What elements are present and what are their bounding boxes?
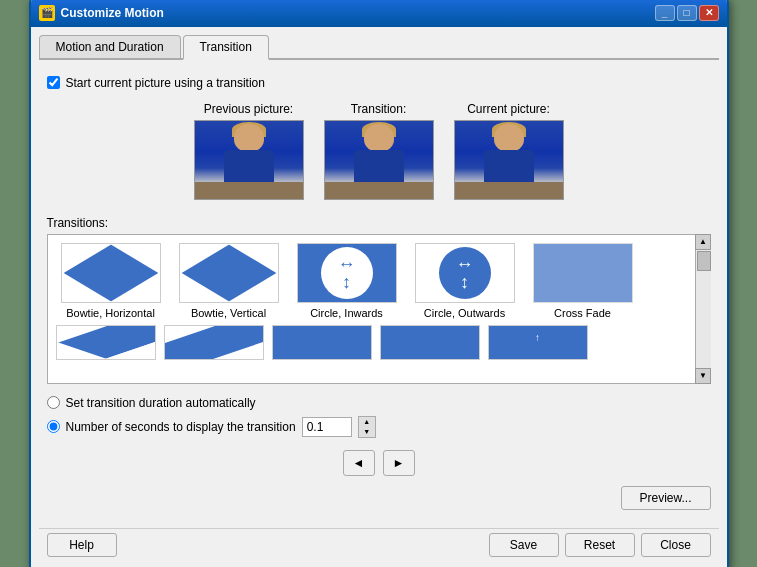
current-picture-item: Current picture:	[454, 102, 564, 200]
transition-picture-item: Transition:	[324, 102, 434, 200]
tab-transition[interactable]: Transition	[183, 35, 269, 60]
scroll-thumb[interactable]	[697, 251, 711, 271]
tab-motion[interactable]: Motion and Duration	[39, 35, 181, 58]
current-picture-label: Current picture:	[467, 102, 550, 116]
transition-picture-frame	[324, 120, 434, 200]
tab-container: Motion and Duration Transition	[39, 35, 719, 60]
scroll-track	[696, 250, 711, 368]
radio-auto-row: Set transition duration automatically	[47, 396, 711, 410]
bowtie-h-arrows: ⟺	[101, 265, 121, 281]
transition-icon-bowtie-h: ⟺	[61, 243, 161, 303]
transition-item-bowtie-h[interactable]: ⟺ Bowtie, Horizontal	[56, 243, 166, 319]
partial-t1-shape2	[105, 342, 155, 359]
nav-prev-button[interactable]: ◄	[343, 450, 375, 476]
window-body: Motion and Duration Transition Start cur…	[31, 27, 727, 568]
partial-t2-shape1	[165, 326, 215, 343]
content-area: Start current picture using a transition…	[39, 68, 719, 524]
partial-t1-shape1	[57, 342, 107, 359]
radio-seconds-label: Number of seconds to display the transit…	[66, 420, 296, 434]
body-current	[484, 150, 534, 185]
transition-icon-cross-fade	[533, 243, 633, 303]
transition-name-cross-fade: Cross Fade	[554, 307, 611, 319]
transitions-row-2: ↓ ↑	[48, 319, 710, 360]
minimize-button[interactable]: _	[655, 5, 675, 21]
scroll-up-button[interactable]: ▲	[695, 234, 711, 250]
nav-section: ◄ ►	[47, 450, 711, 476]
circle-in-shape: ↔↕	[321, 247, 373, 299]
previous-picture-frame	[194, 120, 304, 200]
previous-picture-item: Previous picture:	[194, 102, 304, 200]
partial-transition-3[interactable]	[272, 325, 372, 360]
partial-t1-arrow: ↓	[103, 334, 108, 345]
preview-button[interactable]: Preview...	[621, 486, 711, 510]
preview-row: Preview...	[47, 486, 711, 510]
maximize-button[interactable]: □	[677, 5, 697, 21]
partial-transition-2[interactable]	[164, 325, 264, 360]
circle-out-shape: ↔↕	[439, 247, 491, 299]
nav-next-button[interactable]: ►	[383, 450, 415, 476]
options-section: Set transition duration automatically Nu…	[47, 396, 711, 438]
partial-t2-shape2	[213, 342, 263, 359]
face-transition	[364, 124, 394, 152]
spinner-down[interactable]: ▼	[359, 427, 375, 437]
bottom-buttons: Help Save Reset Close	[39, 528, 719, 561]
save-button[interactable]: Save	[489, 533, 559, 557]
radio-seconds-row: Number of seconds to display the transit…	[47, 416, 711, 438]
circle-in-arrows: ↔↕	[338, 255, 356, 291]
transitions-row-1: ⟺ Bowtie, Horizontal ↕	[48, 235, 710, 319]
reset-button[interactable]: Reset	[565, 533, 635, 557]
desk-transition	[325, 182, 433, 200]
partial-t5-arrow: ↑	[535, 332, 540, 343]
transition-item-bowtie-v[interactable]: ↕ Bowtie, Vertical	[174, 243, 284, 319]
transition-icon-circle-in: ↔↕	[297, 243, 397, 303]
checkbox-row: Start current picture using a transition	[47, 76, 711, 90]
partial-transition-1[interactable]: ↓	[56, 325, 156, 360]
window-title: Customize Motion	[61, 6, 164, 20]
scrollbar[interactable]: ▲ ▼	[695, 234, 711, 384]
previous-picture-image	[195, 120, 303, 200]
transition-item-cross-fade[interactable]: Cross Fade	[528, 243, 638, 319]
desk-current	[455, 182, 563, 200]
transition-name-circle-out: Circle, Outwards	[424, 307, 505, 319]
pictures-row: Previous picture: Transition:	[47, 102, 711, 200]
current-picture-frame	[454, 120, 564, 200]
radio-seconds[interactable]	[47, 420, 60, 433]
title-bar: 🎬 Customize Motion _ □ ✕	[31, 0, 727, 27]
transition-item-circle-out[interactable]: ↔↕ Circle, Outwards	[410, 243, 520, 319]
close-button[interactable]: Close	[641, 533, 711, 557]
seconds-input[interactable]	[302, 417, 352, 437]
transition-picture-image	[325, 120, 433, 200]
radio-auto-label: Set transition duration automatically	[66, 396, 256, 410]
transition-checkbox[interactable]	[47, 76, 60, 89]
window-icon: 🎬	[39, 5, 55, 21]
transition-name-bowtie-h: Bowtie, Horizontal	[66, 307, 155, 319]
body-previous	[224, 150, 274, 185]
partial-transition-4[interactable]	[380, 325, 480, 360]
bowtie-v-inner	[180, 272, 230, 302]
bowtie-v-arrows: ↕	[225, 265, 232, 281]
face-current	[494, 124, 524, 152]
face-previous	[234, 124, 264, 152]
spinner-up[interactable]: ▲	[359, 417, 375, 427]
customize-motion-window: 🎬 Customize Motion _ □ ✕ Motion and Dura…	[29, 0, 729, 567]
transition-icon-circle-out: ↔↕	[415, 243, 515, 303]
transition-picture-label: Transition:	[351, 102, 407, 116]
scroll-down-button[interactable]: ▼	[695, 368, 711, 384]
transitions-section: Transitions: ⟺ Bow	[47, 216, 711, 384]
transitions-wrapper: ⟺ Bowtie, Horizontal ↕	[47, 234, 711, 384]
title-close-button[interactable]: ✕	[699, 5, 719, 21]
title-bar-left: 🎬 Customize Motion	[39, 5, 164, 21]
spinner: ▲ ▼	[358, 416, 376, 438]
transitions-box[interactable]: ⟺ Bowtie, Horizontal ↕	[47, 234, 711, 384]
radio-auto[interactable]	[47, 396, 60, 409]
body-transition	[354, 150, 404, 185]
current-picture-image	[455, 120, 563, 200]
transition-item-circle-in[interactable]: ↔↕ Circle, Inwards	[292, 243, 402, 319]
circle-out-arrows: ↔↕	[456, 255, 474, 291]
transition-icon-bowtie-v: ↕	[179, 243, 279, 303]
title-buttons: _ □ ✕	[655, 5, 719, 21]
help-button[interactable]: Help	[47, 533, 117, 557]
transition-name-bowtie-v: Bowtie, Vertical	[191, 307, 266, 319]
partial-transition-5[interactable]: ↑	[488, 325, 588, 360]
transition-name-circle-in: Circle, Inwards	[310, 307, 383, 319]
